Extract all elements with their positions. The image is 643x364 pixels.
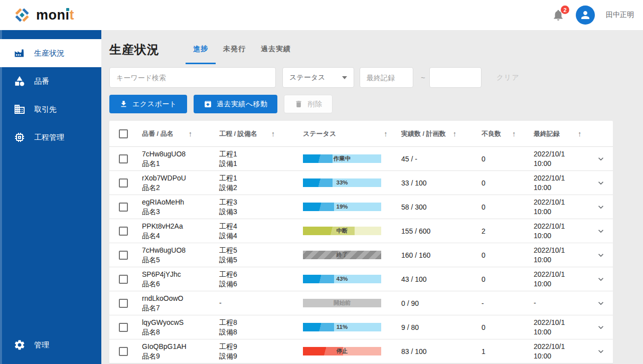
sort-arrow-icon[interactable]: ↑ [189, 129, 193, 138]
row-checkbox[interactable] [119, 154, 128, 163]
column-header-5[interactable]: 最終記録↑ [534, 129, 596, 138]
expand-chevron-icon[interactable] [596, 178, 606, 188]
part-name: 品名1 [142, 159, 219, 168]
process-name: 工程3 [219, 198, 303, 207]
notification-bell-icon[interactable]: 2 [552, 9, 565, 22]
record-date: 2022/10/1 [534, 246, 596, 255]
status-cell: 33% [303, 178, 401, 187]
table-header-row: 品番 / 品名↑工程 / 設備名↑ステータス↑実績数 / 計画数↑不良数↑最終記… [109, 121, 613, 147]
select-all-checkbox[interactable] [119, 129, 128, 138]
status-label: 開始前 [303, 299, 381, 307]
sidebar-item-admin[interactable]: 管理 [0, 331, 101, 359]
part-number: PPKt8vH2Aa [142, 222, 219, 231]
clear-filters-link[interactable]: クリア [497, 73, 520, 82]
process-cell: 工程4 設備4 [219, 222, 303, 241]
part-number: rndLkoOowO [142, 294, 219, 303]
part-number: 7cHw8ugUO8 [142, 149, 219, 159]
page-title: 生産状況 [109, 42, 159, 58]
sidebar-item-process-mgmt[interactable]: 工程管理 [0, 123, 101, 151]
sort-arrow-icon[interactable]: ↑ [578, 129, 582, 138]
process-cell: 工程1 設備1 [219, 149, 303, 168]
table-row: 7cHw8ugUO8 品名5 工程5 設備5 終了 160 / 160 0 20… [109, 243, 613, 267]
tab-past-results[interactable]: 過去実績 [253, 35, 298, 64]
equipment-name: 設備1 [219, 159, 303, 168]
row-checkbox[interactable] [119, 275, 128, 284]
equipment-name: 設備6 [219, 279, 303, 289]
export-button[interactable]: エクスポート [109, 95, 187, 113]
column-label: 不良数 [481, 129, 501, 138]
last-record-from-input[interactable] [360, 67, 413, 88]
last-record-cell: 2022/10/1 10:00 [534, 318, 596, 337]
sidebar-item-clients[interactable]: 取引先 [0, 95, 101, 123]
user-avatar[interactable] [576, 6, 595, 25]
tab-unissued[interactable]: 未発行 [216, 35, 253, 64]
logo-wordmark: monit [36, 8, 74, 23]
column-label: 最終記録 [534, 129, 560, 138]
expand-chevron-icon[interactable] [596, 202, 606, 212]
process-cell: - [219, 298, 303, 308]
sidebar-item-part-numbers[interactable]: 品番 [0, 67, 101, 95]
defects-cell: 0 [481, 251, 534, 259]
quantity-cell: 45 / - [401, 155, 481, 163]
status-label: 43% [303, 275, 381, 283]
table-row: 7cHw8ugUO8 品名1 工程1 設備1 作業中 45 / - 0 2022… [109, 147, 613, 171]
status-label: 33% [303, 178, 381, 187]
column-label: 工程 / 設備名 [219, 129, 257, 138]
record-time: 10:00 [534, 231, 596, 241]
tab-label: 未発行 [223, 45, 246, 54]
column-header-2[interactable]: ステータス↑ [303, 129, 401, 138]
sidebar-item-label: 管理 [34, 340, 49, 350]
part-cell: SP6P4jYJhc 品名6 [142, 270, 219, 289]
status-progress-bar: 19% [303, 203, 381, 211]
sort-arrow-icon[interactable]: ↑ [271, 129, 275, 138]
defects-cell: 0 [481, 203, 534, 211]
record-date: 2022/10/1 [534, 173, 596, 183]
expand-chevron-icon[interactable] [596, 226, 606, 236]
expand-chevron-icon[interactable] [596, 250, 606, 260]
tab-progress[interactable]: 進捗 [186, 35, 216, 64]
record-time: 10:00 [534, 327, 596, 337]
expand-chevron-icon[interactable] [596, 274, 606, 284]
defects-cell: - [481, 299, 534, 307]
row-checkbox[interactable] [119, 178, 128, 188]
part-name: 品名7 [142, 303, 219, 313]
sort-arrow-icon[interactable]: ↑ [384, 129, 388, 138]
sort-arrow-icon[interactable]: ↑ [512, 129, 516, 138]
keyword-search-input[interactable] [109, 67, 276, 88]
process-cell: 工程8 設備8 [219, 318, 303, 337]
part-name: 品名8 [142, 327, 219, 337]
process-cell: 工程1 設備2 [219, 173, 303, 193]
row-checkbox[interactable] [119, 347, 128, 356]
quantity-cell: 43 / 100 [401, 275, 481, 283]
last-record-to-input[interactable] [429, 67, 481, 88]
page-head: 生産状況 進捗 未発行 過去実績 [109, 30, 643, 64]
row-checkbox[interactable] [119, 251, 128, 260]
sort-arrow-icon[interactable]: ↑ [453, 129, 457, 138]
sidebar-item-production[interactable]: 生産状況 [0, 39, 101, 67]
gear-icon [14, 339, 26, 351]
column-header-0[interactable]: 品番 / 品名↑ [142, 129, 219, 138]
expand-chevron-icon[interactable] [596, 322, 606, 332]
expand-chevron-icon[interactable] [596, 298, 606, 308]
row-checkbox[interactable] [119, 299, 128, 308]
tab-bar: 進捗 未発行 過去実績 [186, 35, 298, 64]
column-header-1[interactable]: 工程 / 設備名↑ [219, 129, 303, 138]
expand-chevron-icon[interactable] [596, 154, 606, 164]
user-name: 田中正明 [606, 11, 634, 20]
column-header-4[interactable]: 不良数↑ [481, 129, 534, 138]
process-name: 工程6 [219, 270, 303, 279]
status-select-label: ステータス [289, 73, 325, 82]
process-cell: 工程6 設備6 [219, 270, 303, 289]
expand-chevron-icon[interactable] [596, 346, 606, 356]
status-cell: 43% [303, 275, 401, 283]
row-checkbox[interactable] [119, 323, 128, 332]
delete-button[interactable]: 削除 [284, 95, 333, 113]
row-checkbox[interactable] [119, 203, 128, 212]
table-row: SP6P4jYJhc 品名6 工程6 設備6 43% 43 / 100 0 20… [109, 267, 613, 291]
record-time: 10:00 [534, 279, 596, 289]
row-checkbox[interactable] [119, 227, 128, 236]
status-select[interactable]: ステータス [282, 67, 354, 88]
column-header-3[interactable]: 実績数 / 計画数↑ [401, 129, 481, 138]
move-to-past-button[interactable]: 過去実績へ移動 [194, 95, 278, 113]
status-label: 中断 [303, 227, 381, 235]
